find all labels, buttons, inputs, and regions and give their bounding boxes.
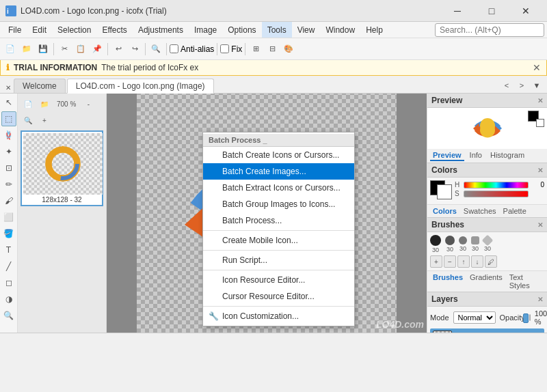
- hue-slider[interactable]: [464, 182, 529, 188]
- tool-magic[interactable]: ✦: [1, 144, 16, 159]
- menu-selection[interactable]: Selection: [52, 22, 96, 38]
- tab-prev-button[interactable]: <: [499, 78, 514, 93]
- brush-dot-1[interactable]: 30: [430, 235, 441, 253]
- tool-pencil[interactable]: ✏: [1, 177, 16, 192]
- brush-dot-3[interactable]: 30: [459, 236, 467, 252]
- tab-image[interactable]: LO4D.com - Logo Icon.png (Image): [67, 79, 214, 94]
- thumb-open-button[interactable]: 📁: [37, 96, 52, 111]
- menu-view[interactable]: View: [292, 22, 321, 38]
- dropdown-item-9[interactable]: 🔧 Icon Customization...: [203, 308, 354, 324]
- tab-next-button[interactable]: >: [514, 78, 529, 93]
- menu-file[interactable]: File: [3, 22, 27, 38]
- colors-tab-colors[interactable]: Colors: [430, 206, 459, 216]
- color-picker-button[interactable]: 🎨: [281, 42, 296, 57]
- preview-tab-info[interactable]: Info: [467, 150, 485, 161]
- tool-zoom[interactable]: 🔍: [1, 308, 16, 323]
- tool-shape[interactable]: ◻: [1, 275, 16, 290]
- cut-button[interactable]: ✂: [57, 42, 72, 57]
- trial-title: TRIAL INFORMATION: [14, 63, 97, 72]
- tab-menu-button[interactable]: ▼: [529, 78, 544, 93]
- grid2-button[interactable]: ⊟: [265, 42, 280, 57]
- open-button[interactable]: 📁: [19, 42, 34, 57]
- brushes-tab-brushes[interactable]: Brushes: [430, 272, 466, 290]
- brush-tool-1[interactable]: +: [430, 255, 442, 268]
- search-input[interactable]: [435, 23, 544, 37]
- dropdown-item-0[interactable]: Batch Create Icons or Cursors...: [203, 147, 354, 163]
- thumb-new-button[interactable]: 📄: [21, 96, 36, 111]
- tool-fill[interactable]: 🪣: [1, 226, 16, 241]
- sat-slider[interactable]: [464, 191, 529, 197]
- fix-checkbox[interactable]: [220, 44, 229, 53]
- brush-tool-4[interactable]: ↓: [471, 255, 483, 268]
- menu-tools[interactable]: Tools: [262, 22, 292, 38]
- menu-adjustments[interactable]: Adjustments: [133, 22, 189, 38]
- brushes-tab-gradients[interactable]: Gradients: [467, 272, 505, 290]
- zoom-val-button[interactable]: 🔍: [21, 113, 36, 128]
- tool-crop[interactable]: ⊡: [1, 160, 16, 176]
- background-color[interactable]: [437, 184, 452, 199]
- zoom-in-button[interactable]: 🔍: [148, 42, 163, 57]
- dropdown-item-5[interactable]: Create Mobile Icon...: [203, 232, 354, 249]
- tool-arrow[interactable]: ↖: [1, 95, 16, 110]
- tool-select[interactable]: ⬚: [1, 111, 16, 126]
- minimize-button[interactable]: ─: [442, 0, 473, 22]
- antialias-checkbox[interactable]: [170, 44, 178, 53]
- brush-dot-2[interactable]: 30: [445, 236, 455, 253]
- colors-tab-palette[interactable]: Palette: [501, 206, 529, 216]
- layers-header[interactable]: Layers ✕: [427, 292, 547, 307]
- thumbnail-item[interactable]: 128x128 - 32: [21, 130, 103, 206]
- menu-image[interactable]: Image: [189, 22, 222, 38]
- tool-eraser[interactable]: ⬜: [1, 210, 16, 225]
- menu-help[interactable]: Help: [360, 22, 388, 38]
- zoom-in2-button[interactable]: +: [37, 113, 52, 128]
- dropdown-item-1[interactable]: Batch Create Images...: [203, 163, 354, 180]
- trial-close-button[interactable]: ✕: [533, 62, 541, 73]
- tool-brush[interactable]: 🖌: [1, 193, 16, 208]
- tab-welcome[interactable]: Welcome: [14, 79, 66, 93]
- dropdown-item-8[interactable]: Cursor Resource Editor...: [203, 288, 354, 305]
- dropdown-item-4[interactable]: Batch Process...: [203, 212, 354, 229]
- tool-gradient[interactable]: ◑: [1, 292, 16, 307]
- preview-tab-preview[interactable]: Preview: [430, 150, 464, 161]
- dropdown-item-3[interactable]: Batch Group Images to Icons...: [203, 196, 354, 212]
- save-button[interactable]: 💾: [36, 42, 51, 57]
- grid-button[interactable]: ⊞: [248, 42, 263, 57]
- brush-dot-4[interactable]: 30: [471, 236, 479, 252]
- menu-edit[interactable]: Edit: [27, 22, 52, 38]
- zoom-out-button[interactable]: -: [81, 96, 96, 111]
- restore-button[interactable]: □: [476, 0, 507, 22]
- copy-button[interactable]: 📋: [73, 42, 88, 57]
- undo-button[interactable]: ↩: [111, 42, 126, 57]
- color-row: H 0 S: [430, 180, 544, 199]
- brush-dot-5[interactable]: 30: [483, 236, 492, 252]
- antialias-check[interactable]: Anti-alias: [170, 44, 214, 54]
- colors-header[interactable]: Colors ✕: [427, 163, 547, 178]
- layer-item-1[interactable]: Layer 1 👁: [430, 328, 544, 333]
- fix-check[interactable]: Fix: [220, 44, 242, 54]
- color-swatch-pair[interactable]: [430, 180, 452, 199]
- preview-header[interactable]: Preview ✕: [427, 94, 547, 108]
- close-tab-button[interactable]: ✕: [3, 82, 14, 93]
- close-button[interactable]: ✕: [510, 0, 542, 22]
- brush-tool-3[interactable]: ↑: [457, 255, 470, 268]
- layers-opacity-slider[interactable]: [529, 314, 531, 321]
- dropdown-item-7[interactable]: Icon Resource Editor...: [203, 272, 354, 288]
- brush-tool-2[interactable]: −: [444, 255, 456, 268]
- dropdown-item-6[interactable]: Run Script...: [203, 252, 354, 268]
- menu-effects[interactable]: Effects: [96, 22, 132, 38]
- brush-tool-5[interactable]: 🖊: [485, 255, 497, 268]
- brushes-header[interactable]: Brushes ✕: [427, 218, 547, 232]
- menu-window[interactable]: Window: [320, 22, 360, 38]
- colors-tab-swatches[interactable]: Swatches: [461, 206, 499, 216]
- redo-button[interactable]: ↪: [127, 42, 142, 57]
- brushes-tab-textstyles[interactable]: Text Styles: [507, 272, 544, 290]
- layers-mode-select[interactable]: Normal: [453, 311, 496, 324]
- menu-options[interactable]: Options: [222, 22, 261, 38]
- preview-tab-histogram[interactable]: Histogram: [488, 150, 527, 161]
- tool-text[interactable]: T: [1, 242, 16, 257]
- tool-line[interactable]: ╱: [1, 259, 16, 274]
- new-button[interactable]: 📄: [3, 42, 18, 57]
- dropdown-item-2[interactable]: Batch Extract Icons or Cursors...: [203, 180, 354, 196]
- paste-button[interactable]: 📌: [90, 42, 105, 57]
- tool-lasso[interactable]: 🪢: [1, 128, 16, 143]
